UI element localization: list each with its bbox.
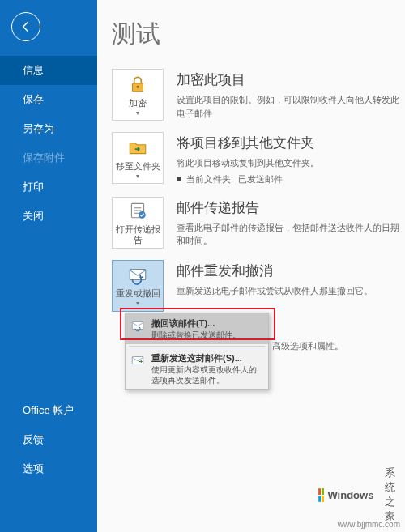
- back-button[interactable]: [11, 12, 40, 41]
- tile-move-folder[interactable]: 移至文件夹 ▾: [112, 132, 164, 184]
- dropdown-separator: [129, 346, 265, 347]
- sidebar-item-label: 打印: [23, 181, 44, 193]
- lock-icon: [126, 73, 149, 96]
- envelope-recall-icon: [126, 263, 149, 286]
- folder-move-icon: [126, 136, 149, 159]
- section-desc: 重新发送此电子邮件或尝试从收件人那里撤回它。: [177, 284, 405, 298]
- tile-label: 加密: [127, 98, 148, 109]
- sidebar-item-label: 关闭: [23, 210, 44, 222]
- sidebar-item-label: 反馈: [23, 433, 44, 445]
- windows-logo-icon: [318, 487, 324, 501]
- tile-delivery-report[interactable]: 打开传递报告: [112, 197, 164, 249]
- section-delivery-report: 打开传递报告 邮件传递报告 查看此电子邮件的传递报告，包括邮件送达收件人的日期和…: [112, 197, 405, 249]
- report-icon: [126, 199, 149, 222]
- section-desc: 查看此电子邮件的传递报告，包括邮件送达收件人的日期和时间。: [177, 221, 405, 248]
- dropdown-item-recall[interactable]: 撤回该邮件(T)... 删除或替换已发送邮件。: [126, 313, 268, 344]
- section-resend-recall: 重发或撤回 ▾ 邮件重发和撤消 重新发送此电子邮件或尝试从收件人那里撤回它。: [112, 260, 405, 312]
- watermark-suffix: 系统之家: [377, 466, 395, 524]
- section-encrypt: 加密 ▾ 加密此项目 设置此项目的限制。例如，可以限制收件人向他人转发此电子邮件: [112, 69, 405, 121]
- sidebar-bottom-group: Office 帐户 反馈 选项: [0, 396, 97, 483]
- dropdown-item-title: 撤回该邮件(T)...: [151, 317, 241, 330]
- bullet-icon: [177, 177, 181, 181]
- section-title: 将项目移到其他文件夹: [177, 134, 405, 152]
- sidebar-item-info[interactable]: 信息: [0, 56, 97, 85]
- tile-encrypt[interactable]: 加密 ▾: [112, 69, 164, 121]
- chevron-down-icon: ▾: [136, 300, 139, 308]
- sidebar-item-label: 保存: [23, 93, 44, 105]
- chevron-down-icon: ▾: [136, 109, 139, 117]
- section-title: 邮件传递报告: [177, 198, 405, 217]
- sidebar-item-saveas[interactable]: 另存为: [0, 114, 97, 143]
- arrow-left-icon: [19, 20, 32, 33]
- resend-icon: [130, 353, 145, 368]
- dropdown-item-resend[interactable]: 重新发送这封邮件(S)... 使用更新内容或更改收件人的选项再次发送邮件。: [126, 348, 268, 389]
- current-folder-row: 当前文件夹: 已发送邮件: [177, 173, 405, 185]
- page-title: 测试: [112, 18, 405, 51]
- tile-label: 移至文件夹: [114, 161, 162, 172]
- backstage-sidebar: 信息 保存 另存为 保存附件 打印 关闭 Office 帐户 反馈 选项: [0, 0, 97, 532]
- section-title: 加密此项目: [177, 70, 405, 89]
- current-folder-label: 当前文件夹:: [186, 173, 233, 185]
- sidebar-item-close[interactable]: 关闭: [0, 202, 97, 231]
- sidebar-item-account[interactable]: Office 帐户: [0, 396, 97, 425]
- watermark: Windows 系统之家 www.bjjmmc.com: [338, 519, 400, 529]
- svg-rect-4: [130, 270, 146, 280]
- recall-icon: [130, 318, 145, 333]
- svg-rect-6: [132, 357, 143, 364]
- tile-label: 重发或撤回: [114, 288, 162, 299]
- dropdown-item-desc: 使用更新内容或更改收件人的选项再次发送邮件。: [151, 364, 262, 385]
- dropdown-item-title: 重新发送这封邮件(S)...: [151, 352, 262, 364]
- section-move: 移至文件夹 ▾ 将项目移到其他文件夹 将此项目移动或复制到其他文件夹。 当前文件…: [112, 132, 405, 185]
- tile-resend-recall[interactable]: 重发或撤回 ▾: [112, 260, 164, 312]
- sidebar-item-print[interactable]: 打印: [0, 172, 97, 202]
- section-desc: 设置此项目的限制。例如，可以限制收件人向他人转发此电子邮件: [177, 93, 405, 120]
- chevron-down-icon: ▾: [136, 172, 139, 181]
- main-content: 测试 加密 ▾ 加密此项目 设置此项目的限制。例如，可以限制收件人向他人转发此电…: [97, 0, 405, 532]
- sidebar-item-label: 选项: [23, 462, 44, 475]
- section-title: 邮件重发和撤消: [177, 262, 405, 280]
- resend-recall-dropdown: 撤回该邮件(T)... 删除或替换已发送邮件。 重新发送这封邮件(S)... 使…: [125, 313, 269, 390]
- svg-rect-5: [132, 322, 143, 330]
- watermark-brand: Windows: [327, 489, 373, 501]
- sidebar-item-feedback[interactable]: 反馈: [0, 425, 97, 454]
- section-desc: 将此项目移动或复制到其他文件夹。: [177, 156, 405, 170]
- sidebar-item-label: 信息: [23, 64, 44, 76]
- dropdown-item-desc: 删除或替换已发送邮件。: [151, 330, 241, 340]
- sidebar-item-label: 另存为: [23, 122, 54, 134]
- sidebar-item-options[interactable]: 选项: [0, 454, 97, 483]
- svg-point-1: [136, 85, 139, 87]
- sidebar-item-label: Office 帐户: [23, 404, 74, 416]
- sidebar-item-save[interactable]: 保存: [0, 85, 97, 114]
- sidebar-item-save-attachments: 保存附件: [0, 143, 97, 172]
- sidebar-item-label: 保存附件: [23, 151, 65, 164]
- properties-desc-fragment: 高级选项和属性。: [272, 340, 343, 352]
- current-folder-value: 已发送邮件: [238, 173, 283, 185]
- tile-label: 打开传递报告: [113, 224, 163, 245]
